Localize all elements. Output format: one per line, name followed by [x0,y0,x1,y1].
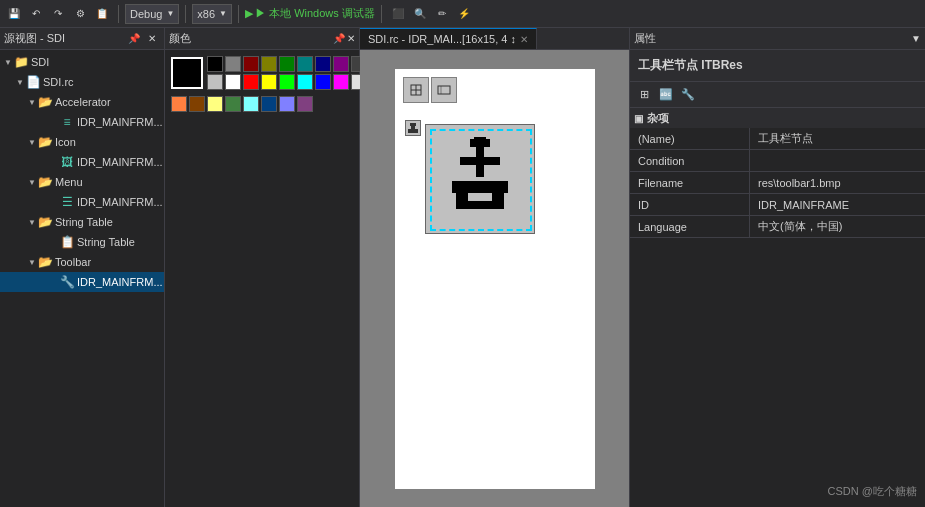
tree-label-icon: Icon [55,136,76,148]
main-layout: 源视图 - SDI 📌 ✕ ▼ 📁 SDI ▼ 📄 SDI.rc ▼ � [0,28,925,507]
arrow-icon: ▼ [26,216,38,228]
color-panel: 颜色 📌 ✕ [165,28,360,507]
props-val-language: 中文(简体，中国) [750,216,925,237]
props-row-filename[interactable]: Filename res\toolbar1.bmp [630,172,925,194]
arrow-icon: ▼ [26,256,38,268]
selected-color-swatch[interactable] [171,57,203,89]
props-row-condition[interactable]: Condition [630,150,925,172]
debug-icon4[interactable]: ⚡ [454,4,474,24]
color-swatch[interactable] [171,96,187,112]
color-swatch[interactable] [333,74,349,90]
close-color-icon[interactable]: ✕ [347,33,355,44]
close-panel-icon[interactable]: ✕ [144,31,160,47]
redo-icon[interactable]: ↷ [48,4,68,24]
color-swatch[interactable] [243,56,259,72]
toolbar-separator-2 [185,5,186,23]
color-swatch[interactable] [279,74,295,90]
save-icon[interactable]: 💾 [4,4,24,24]
tree-item-idr-toolbar[interactable]: ▶ 🔧 IDR_MAINFRM... [0,272,164,292]
props-row-name[interactable]: (Name) 工具栏节点 [630,128,925,150]
resource-icon: ≡ [60,115,74,129]
color-swatch[interactable] [261,56,277,72]
toolbar-icons-right: ⬛ 🔍 ✏ ⚡ [388,4,474,24]
arrow-spacer: ▶ [48,116,60,128]
props-icon-categorized[interactable]: ⊞ [634,85,654,105]
folder-icon: 📂 [38,95,52,109]
bitmap-graphic [430,129,530,229]
color-swatch[interactable] [225,74,241,90]
pin-icon[interactable]: 📌 [126,31,142,47]
debug-icon3[interactable]: ✏ [432,4,452,24]
section-collapse-icon: ▣ [634,113,643,124]
tab-close-icon[interactable]: ✕ [520,34,528,45]
props-key-filename: Filename [630,172,750,193]
tree-item-icon[interactable]: ▼ 📂 Icon [0,132,164,152]
tree-item-idr-acc[interactable]: ▶ ≡ IDR_MAINFRM... [0,112,164,132]
color-swatch[interactable] [297,74,313,90]
color-swatch[interactable] [315,74,331,90]
node-title-label: 工具栏节点 ITBRes [638,57,743,74]
tree-item-sdi-rc[interactable]: ▼ 📄 SDI.rc [0,72,164,92]
tree-item-string-table-folder[interactable]: ▼ 📂 String Table [0,212,164,232]
watermark-text: CSDN @吃个糖糖 [828,485,917,497]
tree-item-menu[interactable]: ▼ 📂 Menu [0,172,164,192]
color-swatch[interactable] [243,74,259,90]
color-swatch[interactable] [207,74,223,90]
color-row-1 [207,56,385,72]
folder-icon4: 📂 [38,215,52,229]
props-icon-alphabetic[interactable]: 🔤 [656,85,676,105]
tab-label: SDI.rc - IDR_MAI...[16x15, 4 ↕ [368,33,516,45]
project-icon: 📁 [14,55,28,69]
solution-explorer-header: 源视图 - SDI 📌 ✕ [0,28,164,50]
props-val-id: IDR_MAINFRAME [750,194,925,215]
bitmap-canvas[interactable] [425,124,535,234]
tree-item-sdi-root[interactable]: ▼ 📁 SDI [0,52,164,72]
toolbar-separator-1 [118,5,119,23]
solution-explorer-title: 源视图 - SDI [4,31,65,46]
editor-tab-sdi[interactable]: SDI.rc - IDR_MAI...[16x15, 4 ↕ ✕ [360,28,537,49]
tree-label-menu: Menu [55,176,83,188]
color-swatch[interactable] [225,56,241,72]
color-swatch[interactable] [261,74,277,90]
color-swatch[interactable] [207,96,223,112]
toolbar-icons-left: 💾 ↶ ↷ ⚙ 📋 [4,4,112,24]
run-button[interactable]: ▶ ▶ 本地 Windows 调试器 [245,6,375,21]
platform-dropdown[interactable]: x86 ▼ [192,4,232,24]
props-close-icon[interactable]: ▼ [911,33,921,44]
misc-icon2[interactable]: 📋 [92,4,112,24]
color-swatch[interactable] [279,96,295,112]
color-swatch[interactable] [189,96,205,112]
tree-item-accelerator[interactable]: ▼ 📂 Accelerator [0,92,164,112]
editor-white-area [395,69,595,489]
misc-icon1[interactable]: ⚙ [70,4,90,24]
color-swatch[interactable] [261,96,277,112]
color-swatch[interactable] [315,56,331,72]
file-icon: 📄 [26,75,40,89]
color-swatch[interactable] [279,56,295,72]
debug-icon1[interactable]: ⬛ [388,4,408,24]
tree-item-string-table-item[interactable]: ▶ 📋 String Table [0,232,164,252]
editor-panel: SDI.rc - IDR_MAI...[16x15, 4 ↕ ✕ [360,28,630,507]
props-key-language: Language [630,216,750,237]
tree-item-toolbar[interactable]: ▼ 📂 Toolbar [0,252,164,272]
props-section-misc[interactable]: ▣ 杂项 [630,108,925,128]
debug-config-dropdown[interactable]: Debug ▼ [125,4,179,24]
tree-item-idr-menu[interactable]: ▶ ☰ IDR_MAINFRM... [0,192,164,212]
color-swatch[interactable] [333,56,349,72]
color-swatch[interactable] [297,96,313,112]
props-icon-wrench[interactable]: 🔧 [678,85,698,105]
color-swatch[interactable] [243,96,259,112]
color-swatch[interactable] [225,96,241,112]
tree-label-string-table-item: String Table [77,236,135,248]
pin-icon-color[interactable]: 📌 [333,33,345,44]
tree-label-idr-menu: IDR_MAINFRM... [77,196,163,208]
props-row-id[interactable]: ID IDR_MAINFRAME [630,194,925,216]
props-row-language[interactable]: Language 中文(简体，中国) [630,216,925,238]
color-swatch[interactable] [297,56,313,72]
undo-icon[interactable]: ↶ [26,4,46,24]
color-swatch[interactable] [207,56,223,72]
props-key-name: (Name) [630,128,750,149]
arrow-icon: ▼ [26,176,38,188]
debug-icon2[interactable]: 🔍 [410,4,430,24]
tree-item-idr-icon[interactable]: ▶ 🖼 IDR_MAINFRM... [0,152,164,172]
